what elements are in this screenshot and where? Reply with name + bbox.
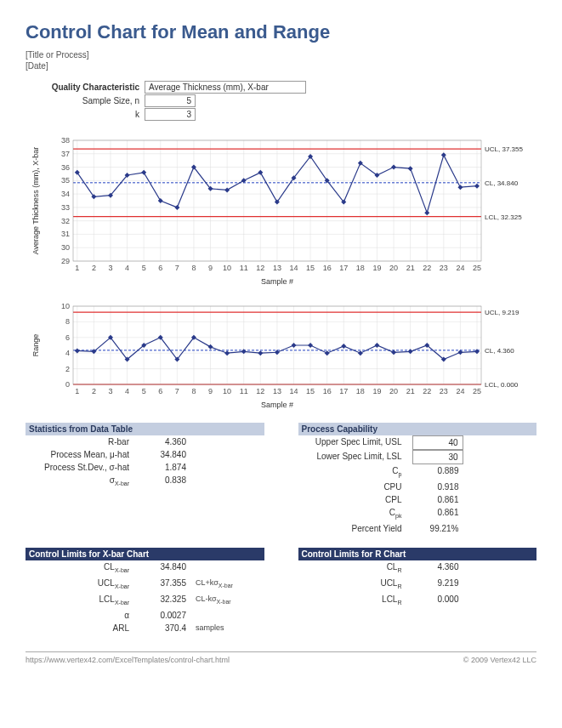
svg-text:17: 17 <box>339 387 348 395</box>
stat-extra: samples <box>190 622 224 634</box>
svg-text:33: 33 <box>60 203 69 212</box>
svg-text:20: 20 <box>389 387 398 395</box>
svg-text:10: 10 <box>223 264 231 272</box>
footer: https://www.vertex42.com/ExcelTemplates/… <box>26 651 536 664</box>
svg-text:23: 23 <box>439 387 447 395</box>
svg-text:2: 2 <box>91 387 95 395</box>
stat-row: σX-bar0.838 <box>26 474 264 490</box>
k-value[interactable]: 3 <box>145 108 196 121</box>
stat-row: CPU0.918 <box>298 481 537 493</box>
svg-text:16: 16 <box>322 264 331 272</box>
svg-text:34: 34 <box>60 190 69 198</box>
svg-text:1: 1 <box>75 387 79 395</box>
capability-section: Process Capability Upper Spec Limit, USL… <box>298 423 537 535</box>
stat-value: 0.861 <box>412 493 463 506</box>
capability-header: Process Capability <box>298 423 537 435</box>
stat-row: Cpk0.861 <box>298 506 537 522</box>
svg-text:23: 23 <box>439 264 447 272</box>
svg-text:21: 21 <box>406 264 414 272</box>
svg-text:12: 12 <box>256 264 264 272</box>
xbar-chart: 2930313233343536373812345678910111213141… <box>26 134 536 287</box>
svg-text:Sample #: Sample # <box>260 401 292 409</box>
svg-text:36: 36 <box>60 163 69 172</box>
stat-label: Percent Yield <box>302 522 412 535</box>
svg-text:6: 6 <box>65 333 69 342</box>
svg-text:8: 8 <box>191 387 196 395</box>
stat-label: UCLX-bar <box>29 577 139 593</box>
svg-text:10: 10 <box>223 387 231 395</box>
stat-value: 99.21% <box>412 522 463 535</box>
svg-text:10: 10 <box>60 302 69 310</box>
stat-value: 0.000 <box>412 593 463 609</box>
stat-label: Upper Spec Limit, USL <box>302 435 412 450</box>
svg-text:1: 1 <box>75 264 79 272</box>
quality-characteristic-block: Quality Characteristic Average Thickness… <box>34 81 536 121</box>
stat-value: 0.918 <box>412 481 463 493</box>
stat-row: Upper Spec Limit, USL40 <box>298 435 537 450</box>
svg-text:38: 38 <box>60 136 69 145</box>
limits-r-header: Control Limits for R Chart <box>298 548 537 560</box>
svg-text:LCL, 0.000: LCL, 0.000 <box>485 381 519 389</box>
stat-value: 32.325 <box>139 593 190 609</box>
stat-row: CLX-bar34.840 <box>26 560 264 577</box>
stat-label: CPU <box>302 481 412 493</box>
svg-text:8: 8 <box>191 264 196 272</box>
svg-text:CL, 34.840: CL, 34.840 <box>485 179 519 187</box>
svg-text:25: 25 <box>472 264 480 272</box>
stat-value: 370.4 <box>139 622 190 634</box>
stat-row: CLR4.360 <box>298 560 537 577</box>
stat-row: LCLR0.000 <box>298 593 537 609</box>
svg-text:7: 7 <box>174 387 179 395</box>
svg-text:35: 35 <box>60 176 69 185</box>
stat-value: 0.861 <box>412 506 463 522</box>
stat-row: UCLR9.219 <box>298 577 537 593</box>
svg-text:11: 11 <box>239 387 247 395</box>
stat-label: LCLX-bar <box>29 593 139 609</box>
svg-text:3: 3 <box>108 264 112 272</box>
footer-copyright: © 2009 Vertex42 LLC <box>463 656 536 664</box>
stat-row: R-bar4.360 <box>26 435 264 448</box>
stat-extra: CL+kσX-bar <box>190 577 233 593</box>
stat-extra: CL-kσX-bar <box>190 593 231 609</box>
stat-value[interactable]: 40 <box>412 435 463 450</box>
stat-value: 37.355 <box>139 577 190 593</box>
stat-label: UCLR <box>302 577 412 593</box>
stat-value: 1.874 <box>139 461 190 474</box>
svg-text:6: 6 <box>158 387 162 395</box>
svg-text:3: 3 <box>108 387 112 395</box>
svg-text:18: 18 <box>355 264 364 272</box>
subtitle-process: [Title or Process] <box>26 50 536 60</box>
stat-row: Percent Yield99.21% <box>298 522 537 535</box>
svg-text:19: 19 <box>372 387 381 395</box>
svg-text:20: 20 <box>389 264 398 272</box>
svg-text:22: 22 <box>423 387 431 395</box>
svg-text:25: 25 <box>472 387 480 395</box>
stat-value: 34.840 <box>139 560 190 577</box>
svg-text:19: 19 <box>372 264 381 272</box>
stat-label: Cpk <box>302 506 412 522</box>
svg-text:29: 29 <box>60 257 69 265</box>
stat-row: UCLX-bar37.355CL+kσX-bar <box>26 577 264 593</box>
stat-row: ARL370.4samples <box>26 622 264 634</box>
stat-label: Lower Spec Limit, LSL <box>302 450 412 464</box>
stat-label: CLX-bar <box>29 560 139 577</box>
sample-size-label: Sample Size, n <box>34 96 145 105</box>
svg-text:22: 22 <box>423 264 431 272</box>
svg-text:9: 9 <box>208 264 213 272</box>
footer-url: https://www.vertex42.com/ExcelTemplates/… <box>26 656 230 664</box>
stat-value: 9.219 <box>412 577 463 593</box>
svg-text:Sample #: Sample # <box>260 277 292 286</box>
svg-text:2: 2 <box>91 264 95 272</box>
sample-size-value[interactable]: 5 <box>145 94 196 107</box>
stat-value: 4.360 <box>412 560 463 577</box>
svg-text:Average Thickness (mm), X-bar: Average Thickness (mm), X-bar <box>31 147 40 255</box>
svg-text:37: 37 <box>60 150 69 158</box>
svg-text:8: 8 <box>65 317 69 326</box>
qc-value[interactable]: Average Thickness (mm), X-bar <box>145 81 306 94</box>
svg-text:5: 5 <box>141 387 145 395</box>
stat-value[interactable]: 30 <box>412 450 463 464</box>
svg-text:14: 14 <box>289 387 298 395</box>
stat-label: Cp <box>302 464 412 481</box>
stat-label: R-bar <box>29 435 139 448</box>
stats-section: Statistics from Data Table R-bar4.360Pro… <box>26 423 264 535</box>
